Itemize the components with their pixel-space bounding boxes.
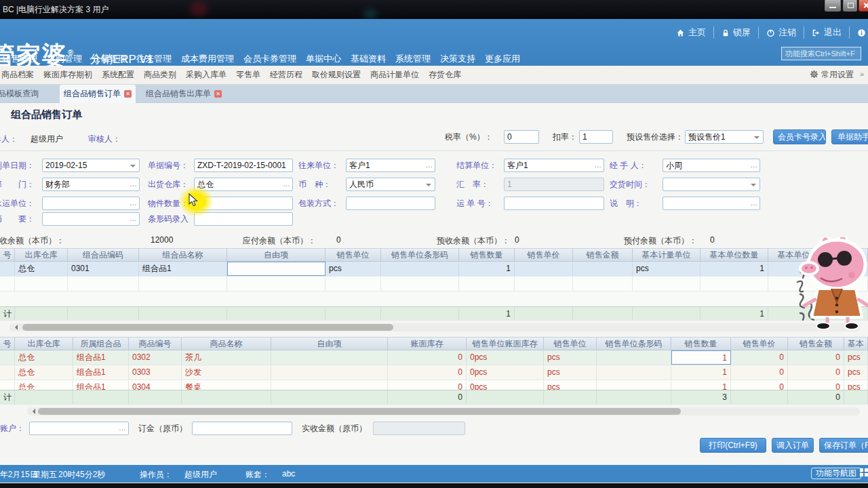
order-number-field[interactable]: ZXD-T-2019-02-15-0001 — [194, 159, 293, 172]
table-cell[interactable]: 0pcs — [467, 350, 544, 365]
table-cell[interactable]: 0 — [731, 350, 788, 365]
menu-item-单据中心[interactable]: 单据中心 — [305, 53, 342, 65]
table-cell[interactable]: 0303 — [129, 365, 182, 380]
carrier-field[interactable] — [42, 197, 140, 210]
currency-field[interactable]: 人民币 — [346, 178, 435, 191]
column-header[interactable]: 销售数量 — [459, 248, 515, 262]
toolbar-item-经营历程[interactable]: 经营历程 — [270, 69, 302, 81]
toolbar-item-采购入库单[interactable]: 采购入库单 — [186, 69, 226, 81]
table-cell[interactable]: pcs — [326, 262, 381, 276]
tab-组合品销售出库单[interactable]: 组合品销售出库单✕ — [138, 85, 230, 103]
table-cell[interactable] — [597, 350, 671, 365]
table-cell[interactable] — [0, 277, 15, 291]
column-header[interactable]: 销售单位 — [326, 248, 381, 262]
table-cell[interactable] — [0, 262, 15, 276]
column-header[interactable]: 出库仓库 — [15, 248, 68, 262]
table-cell[interactable] — [701, 277, 768, 291]
table-cell[interactable]: 0302 — [129, 350, 182, 365]
barcode-entry-field[interactable] — [194, 212, 293, 226]
load-order-button[interactable]: 调入订单 — [772, 438, 814, 453]
table-cell[interactable]: 1 — [671, 365, 731, 380]
table-cell[interactable]: 0 — [388, 365, 467, 380]
table-cell[interactable]: 组合品1 — [139, 262, 227, 276]
toolbar-item-取价规则设置[interactable]: 取价规则设置 — [312, 69, 361, 81]
column-header[interactable]: 出库仓库 — [15, 337, 73, 350]
table-cell[interactable] — [573, 277, 633, 291]
tab-组合品销售订单[interactable]: 组合品销售订单✕ — [60, 85, 136, 103]
table-cell[interactable] — [271, 350, 388, 365]
table-cell[interactable]: pcs — [544, 365, 597, 380]
save-order-button[interactable]: 保存订单（F8） — [819, 438, 868, 453]
column-header[interactable]: 组合品名称 — [139, 248, 227, 262]
column-header[interactable]: 销售单位条形码 — [381, 248, 459, 262]
column-header[interactable]: 基本 — [844, 337, 868, 350]
menu-item-决策支持[interactable]: 决策支持 — [439, 53, 476, 65]
table-cell[interactable] — [515, 277, 573, 291]
table-cell[interactable] — [633, 277, 701, 291]
table-cell[interactable] — [573, 262, 633, 276]
remark-field[interactable] — [663, 197, 760, 210]
print-button[interactable]: 打印(Ctrl+F9) — [700, 438, 766, 453]
column-header[interactable]: 基本计量单位 — [633, 248, 701, 262]
department-field[interactable]: 财务部 — [42, 178, 140, 191]
column-header[interactable]: 销售单位账面库存 — [467, 337, 544, 350]
deposit-field[interactable] — [192, 422, 292, 435]
table-cell[interactable]: 0 — [731, 365, 788, 380]
table-cell[interactable]: 沙发 — [182, 365, 271, 380]
tax-rate-field[interactable]: 0 — [504, 130, 539, 144]
table-cell[interactable]: 0pcs — [467, 365, 544, 380]
package-type-field[interactable] — [346, 197, 435, 210]
toolbar-item-存货仓库[interactable]: 存货仓库 — [429, 69, 461, 81]
table-cell[interactable]: 组合品1 — [73, 365, 129, 380]
grid-icon[interactable] — [860, 468, 868, 478]
discount-rate-field[interactable]: 1 — [579, 130, 613, 144]
table2-hscrollbar[interactable] — [27, 407, 860, 415]
toolbar-item-系统配置[interactable]: 系统配置 — [102, 69, 134, 81]
table-cell[interactable]: 0 — [788, 350, 844, 365]
nav-item-帮助[interactable]: 帮助 — [849, 26, 868, 39]
table-cell[interactable]: pcs — [844, 350, 868, 365]
menu-item-销售管理[interactable]: 销售管理 — [1, 53, 38, 65]
table-cell[interactable] — [0, 350, 15, 365]
member-card-button[interactable]: 会员卡号录入 — [773, 129, 826, 144]
column-header[interactable]: 账面库存 — [388, 337, 467, 350]
table-cell[interactable]: 0 — [788, 365, 844, 380]
table2-scroll-thumb[interactable] — [38, 408, 681, 415]
handler-field[interactable]: 小周 — [663, 159, 760, 172]
menu-item-往来管理[interactable]: 往来管理 — [136, 53, 172, 65]
table-cell[interactable] — [0, 365, 15, 380]
table-cell[interactable] — [15, 277, 68, 291]
column-header[interactable]: 号 — [0, 337, 15, 350]
common-settings[interactable]: 常用设置 — [810, 66, 854, 84]
table-cell[interactable] — [68, 277, 139, 291]
toolbar-item-零售单[interactable]: 零售单 — [236, 69, 260, 81]
nav-map-button[interactable]: 功能导航图 — [811, 468, 861, 479]
table-cell[interactable] — [381, 262, 459, 276]
table-cell[interactable] — [227, 262, 326, 276]
scroll-left-icon[interactable] — [12, 325, 18, 330]
close-button[interactable] — [859, 0, 868, 12]
menu-item-会员卡券管理[interactable]: 会员卡券管理 — [243, 53, 297, 65]
table-cell[interactable]: pcs — [544, 350, 597, 365]
delivery-time-field[interactable] — [663, 178, 760, 191]
column-header[interactable]: 组合品编码 — [68, 248, 139, 262]
table-cell[interactable]: 总仓 — [15, 365, 73, 380]
customer-field[interactable]: 客户1 — [346, 159, 435, 172]
table-cell[interactable] — [459, 277, 515, 291]
nav-item-锁屏[interactable]: 锁屏 — [713, 26, 758, 39]
nav-item-主页[interactable]: 主页 — [669, 26, 713, 39]
column-header[interactable]: 商品名称 — [182, 337, 271, 350]
table-cell[interactable]: 总仓 — [15, 262, 68, 276]
menu-item-采购管理[interactable]: 采购管理 — [46, 53, 83, 65]
column-header[interactable]: 号 — [0, 248, 15, 262]
warehouse-field[interactable]: 总仓 — [194, 178, 293, 191]
tab-close-icon[interactable]: ✕ — [214, 90, 222, 98]
minimize-button[interactable] — [825, 0, 841, 12]
table-cell[interactable]: 茶几 — [182, 350, 271, 365]
table-cell[interactable]: 0 — [388, 350, 467, 365]
table-cell[interactable] — [326, 277, 381, 291]
nav-item-退出[interactable]: 退出 — [804, 26, 849, 39]
table1-scroll-thumb[interactable] — [22, 324, 393, 331]
column-header[interactable]: 销售单位 — [544, 337, 597, 350]
column-header[interactable]: 基本单位数量 — [701, 248, 768, 262]
